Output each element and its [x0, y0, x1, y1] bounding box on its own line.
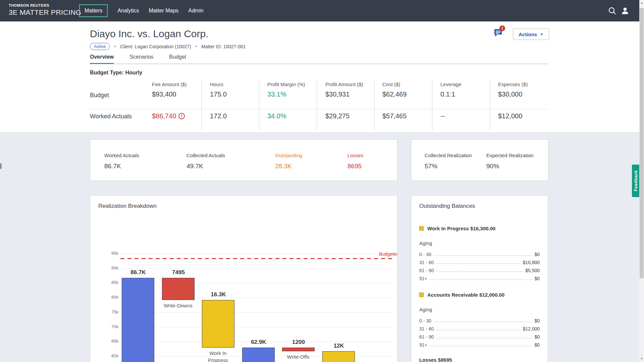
- nav-menu: MattersAnalyticsMatter MapsAdmin: [79, 0, 204, 21]
- y-axis-tick: 65k: [97, 339, 118, 344]
- search-icon[interactable]: [608, 6, 617, 15]
- cell-value: 0.1:1: [440, 90, 455, 98]
- warning-icon[interactable]: !: [178, 113, 185, 119]
- actions-button[interactable]: Actions ▼: [513, 28, 549, 40]
- aging-amount: $12,000: [523, 326, 540, 331]
- cell-worked-actuals-4: $57,465: [382, 112, 407, 120]
- actuals-summary-card: Worked Actuals86.7KCollected Actuals49.7…: [90, 139, 397, 181]
- aging-row: 91+$0: [419, 275, 540, 281]
- nav-item-matter-maps[interactable]: Matter Maps: [149, 8, 178, 14]
- user-icon[interactable]: [621, 6, 630, 15]
- cell-value: $93,400: [152, 90, 176, 98]
- status-badge[interactable]: Active: [90, 43, 110, 50]
- cell-worked-actuals-5: --: [440, 112, 445, 120]
- chart-gridline: [121, 312, 394, 313]
- cell-value: $86,740: [152, 112, 176, 120]
- cell-budget-6: $30,000: [498, 90, 522, 98]
- chart-bar-segment-1: [122, 278, 154, 362]
- scrollbar-thumb[interactable]: [640, 8, 644, 278]
- column-separator: [432, 80, 432, 131]
- cell-value: $30,931: [325, 90, 350, 98]
- ob-groups: Work In Progress $16,300.00Aging0 - 30$0…: [419, 225, 540, 348]
- cell-worked-actuals-3: $29,275: [325, 112, 350, 120]
- tab-scenarios[interactable]: Scenarios: [129, 54, 153, 64]
- row-label-budget: Budget: [90, 92, 109, 99]
- bar-value-label: 7495: [155, 269, 202, 276]
- legend-square-icon: [419, 293, 424, 297]
- comments-button[interactable]: 1: [494, 28, 507, 39]
- column-separator: [201, 80, 202, 131]
- stat-losses: Losses8695: [347, 153, 364, 170]
- column-header-hours: Hours: [210, 81, 223, 87]
- cell-value: $12,000: [498, 112, 522, 120]
- budget-summary-table: Budget Type: Hourly Fee Amount ($)HoursP…: [90, 70, 548, 132]
- stat-value: 49.7K: [186, 163, 225, 170]
- aging-bucket-label: 31 - 60: [419, 260, 434, 265]
- aging-bucket-label: 31 - 60: [419, 326, 434, 331]
- chart-bar-write-downs: [162, 278, 195, 300]
- ob-group-header-accounts-receivable: Accounts Receivable $12,000.00: [419, 291, 540, 298]
- feedback-tab[interactable]: Feedback: [632, 165, 639, 197]
- chart-gridline: [121, 268, 394, 269]
- outstanding-balances-card: Outstanding Balances Work In Progress $1…: [411, 195, 548, 362]
- aging-bucket-label: 0 - 30: [419, 252, 431, 257]
- aging-row: 31 - 60$10,800: [419, 258, 540, 265]
- notification-badge: 1: [499, 25, 505, 31]
- aging-row: 61 - 90$0: [419, 333, 540, 340]
- budget-reference-line: [120, 258, 394, 259]
- realization-chart-title: Realization Breakdown: [98, 203, 157, 209]
- stat-label: Worked Actuals: [104, 153, 139, 158]
- stat-collected-actuals: Collected Actuals49.7K: [186, 153, 225, 170]
- aging-row: 0 - 30$0: [419, 317, 540, 323]
- aging-row: 0 - 30$0: [419, 250, 540, 257]
- aging-amount: $10,800: [523, 260, 540, 265]
- aging-row: 31 - 60$12,000: [419, 325, 540, 331]
- aging-bucket-label: 61 - 90: [419, 334, 434, 340]
- nav-item-admin[interactable]: Admin: [188, 8, 203, 14]
- y-axis-tick: 80k: [97, 295, 118, 300]
- tab-budget[interactable]: Budget: [169, 54, 186, 64]
- stat-label: Expected Realization: [486, 153, 534, 158]
- tab-overview[interactable]: Overview: [90, 54, 114, 64]
- column-header-fee-amount: Fee Amount ($): [152, 81, 186, 87]
- cell-worked-actuals-6: $12,000: [498, 112, 522, 120]
- cell-value: $57,465: [382, 112, 407, 120]
- cell-worked-actuals-2: 34.0%: [267, 112, 286, 120]
- brand-logo[interactable]: THOMSON REUTERS 3E MATTER PRICING: [9, 3, 81, 16]
- brand-line2: 3E MATTER PRICING: [9, 8, 81, 16]
- stat-label: Outstanding: [275, 153, 302, 158]
- chart-bar-write-offs: [282, 348, 315, 351]
- aging-row: 91+$0: [419, 341, 540, 348]
- scroll-down-icon[interactable]: ▼: [639, 357, 644, 361]
- aging-amount: $0: [534, 318, 540, 323]
- chart-bar-work-in-progress: [202, 300, 234, 348]
- aging-bucket-label: 61 - 90: [419, 268, 434, 273]
- legend-square-icon: [419, 226, 424, 231]
- bar-value-label: 16.3K: [195, 291, 242, 298]
- bar-category-label: Write-Offs: [281, 354, 315, 360]
- leader-line: [436, 330, 521, 330]
- bar-category-label: Write-Downs: [161, 302, 195, 309]
- aging-label: Aging: [419, 240, 540, 247]
- aging-amount: $5,500: [525, 268, 540, 273]
- column-header-leverage: Leverage: [440, 81, 462, 87]
- y-axis-tick: 70k: [97, 324, 118, 329]
- realization-breakdown-card: Realization Breakdown 95k90k85k80k75k70k…: [90, 195, 397, 362]
- leader-line: [436, 338, 532, 338]
- left-panel-handle[interactable]: [0, 163, 2, 169]
- cell-value: $29,275: [325, 112, 350, 120]
- nav-item-matters[interactable]: Matters: [79, 4, 108, 17]
- matter-id-label: Matter ID: 10027-001: [201, 44, 246, 49]
- cell-budget-3: $30,931: [325, 90, 350, 98]
- budget-rows-divider: [90, 109, 548, 109]
- scroll-up-icon[interactable]: ▲: [639, 1, 644, 5]
- matter-tabs: OverviewScenariosBudget: [90, 54, 186, 64]
- ob-group-header-work-in-progress: Work In Progress $16,300.00: [419, 225, 540, 232]
- page-scrollbar[interactable]: ▲ ▼: [639, 0, 644, 362]
- stat-value: 57%: [425, 163, 472, 170]
- nav-item-analytics[interactable]: Analytics: [117, 8, 139, 14]
- y-axis-tick: 75k: [97, 309, 118, 314]
- meta-separator: •: [114, 44, 116, 49]
- actions-button-label: Actions: [519, 32, 537, 37]
- bar-value-label: 1200: [275, 339, 322, 346]
